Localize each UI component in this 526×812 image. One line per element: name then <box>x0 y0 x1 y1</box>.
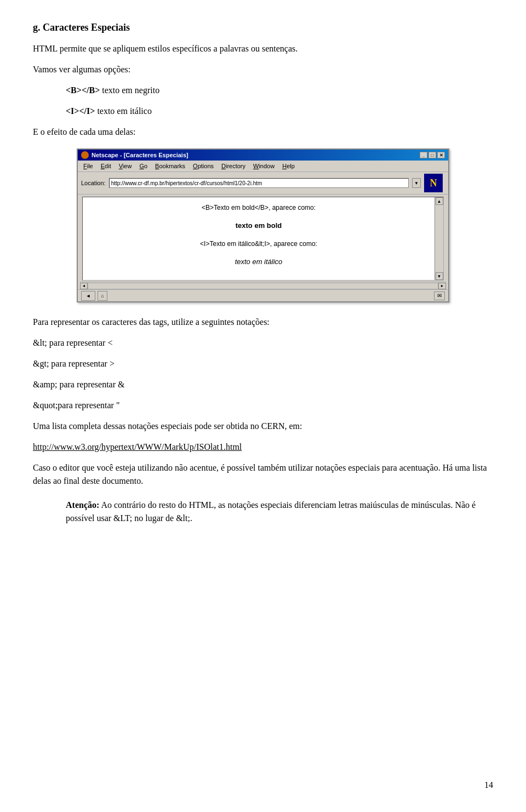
menu-directory[interactable]: Directory <box>218 162 249 170</box>
minimize-button[interactable]: _ <box>420 152 427 158</box>
italic-demo: texto em itálico <box>94 256 424 267</box>
close-button[interactable]: ✕ <box>437 152 445 158</box>
browser-wrapper: Netscape - [Caracteres Especiais] _ □ ✕ … <box>33 148 493 302</box>
menu-window[interactable]: Window <box>250 162 278 170</box>
options-block: <B></B> texto em negrito <I></I> texto e… <box>66 84 493 118</box>
title-bar-controls[interactable]: _ □ ✕ <box>420 152 445 158</box>
bold-demo: texto em bold <box>94 220 424 231</box>
scrollbar-right[interactable]: ▲ ▼ <box>434 197 443 280</box>
bold-description: <B>Texto em bold</B>, aparece como: <box>94 203 424 213</box>
separator-text: E o efeito de cada uma delas: <box>33 125 493 139</box>
scrollbar-bottom[interactable]: ◄ ► <box>80 282 446 289</box>
scroll-down-button[interactable]: ▼ <box>436 272 443 280</box>
notation-amp: &amp; para representar & <box>33 378 493 391</box>
mail-icon: ✉ <box>434 291 445 300</box>
location-bar: Location: ▼ N <box>78 172 448 195</box>
content-area: <B>Texto em bold</B>, aparece como: text… <box>82 197 444 281</box>
italic-option: <I></I> texto em itálico <box>66 105 493 118</box>
scroll-h-track <box>88 283 438 289</box>
notations-block: &lt; para representar < &gt; para repres… <box>33 336 493 412</box>
bold-option: <B></B> texto em negrito <box>66 84 493 97</box>
notation-gt: &gt; para representar > <box>33 357 493 370</box>
attention-text: Ao contrário do resto do HTML, as notaçõ… <box>66 500 476 523</box>
location-input[interactable] <box>109 178 409 188</box>
attention-label: Atenção: <box>66 500 99 510</box>
menu-view[interactable]: View <box>116 162 135 170</box>
browser-window: Netscape - [Caracteres Especiais] _ □ ✕ … <box>77 148 449 302</box>
editor-note: Caso o editor que você esteja utilizando… <box>33 461 493 488</box>
scroll-up-button[interactable]: ▲ <box>436 197 443 205</box>
intro-p2: Vamos ver algumas opções: <box>33 63 493 76</box>
notation-intro: Para representar os caracteres das tags,… <box>33 316 493 329</box>
title-bar-left: Netscape - [Caracteres Especiais] <box>81 151 188 159</box>
menu-options[interactable]: Options <box>190 162 217 170</box>
page-number: 14 <box>484 780 493 790</box>
content-inner: <B>Texto em bold</B>, aparece como: text… <box>94 203 432 267</box>
warning-block: Atenção: Ao contrário do resto do HTML, … <box>66 499 493 525</box>
window-title: Netscape - [Caracteres Especiais] <box>92 152 188 158</box>
intro-p1: HTML permite que se apliquem estilos esp… <box>33 42 493 55</box>
attention-paragraph: Atenção: Ao contrário do resto do HTML, … <box>66 499 493 525</box>
menu-bookmarks[interactable]: Bookmarks <box>152 162 188 170</box>
scroll-left-button[interactable]: ◄ <box>80 283 88 289</box>
scroll-right-button[interactable]: ► <box>438 283 446 289</box>
netscape-icon <box>81 151 89 159</box>
content-wrapper: <B>Texto em bold</B>, aparece como: text… <box>80 197 446 281</box>
menu-file[interactable]: File <box>80 162 96 170</box>
italic-description: <I>Texto em itálico&lt;I>, aparece como: <box>94 239 424 249</box>
cern-intro: Uma lista completa dessas notações espec… <box>33 420 493 433</box>
status-bar: ◄ ⌂ ✉ <box>78 289 448 301</box>
status-left: ◄ ⌂ <box>81 291 107 301</box>
section-title: g. Caracteres Especiais <box>33 22 493 33</box>
menu-help[interactable]: Help <box>279 162 298 170</box>
notation-quot: &quot;para representar " <box>33 399 493 412</box>
maximize-button[interactable]: □ <box>428 152 436 158</box>
back-button[interactable]: ◄ <box>81 291 95 301</box>
menu-go[interactable]: Go <box>136 162 151 170</box>
cern-url[interactable]: http://www.w3.org/hypertext/WWW/MarkUp/I… <box>33 441 493 454</box>
notation-lt: &lt; para representar < <box>33 336 493 350</box>
menu-edit[interactable]: Edit <box>98 162 115 170</box>
menu-bar: File Edit View Go Bookmarks Options Dire… <box>78 161 448 172</box>
title-bar: Netscape - [Caracteres Especiais] _ □ ✕ <box>78 150 448 161</box>
netscape-logo: N <box>424 174 443 192</box>
location-label: Location: <box>81 180 106 186</box>
home-button[interactable]: ⌂ <box>98 291 107 301</box>
location-dropdown[interactable]: ▼ <box>412 178 421 188</box>
